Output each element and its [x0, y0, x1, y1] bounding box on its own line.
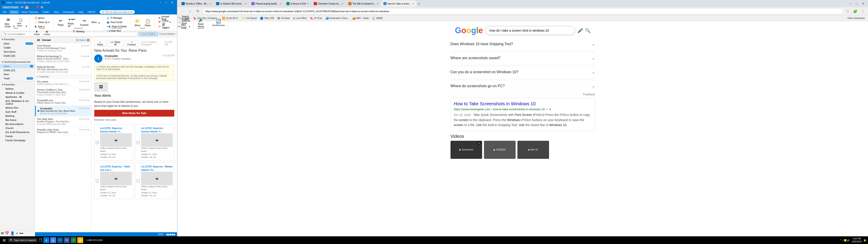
folder-airlines[interactable]: Airlines	[0, 87, 35, 91]
forward-action-btn[interactable]: ↪ Forward	[125, 40, 138, 47]
refresh-btn[interactable]: ↻	[195, 8, 201, 14]
bookmark-star-btn[interactable]: ☆	[844, 8, 851, 14]
taskbar-outlook-icon[interactable]: O	[57, 237, 63, 243]
info-banner-2[interactable]: ℹ Click here to download pictures. To he…	[94, 73, 174, 81]
folder-family[interactable]: Family	[0, 134, 35, 138]
email-national-review[interactable]: National Review 9:11 AM NR Daily: Bloomb…	[35, 64, 91, 75]
taskbar-explorer-icon[interactable]: 📁	[77, 237, 83, 243]
menu-folder[interactable]: Folder	[41, 10, 51, 14]
followup-btn[interactable]: 🚩Follow Up▾	[157, 20, 172, 24]
back-btn[interactable]: ‹	[179, 8, 186, 14]
ignore-btn[interactable]: 🚫Ignore	[33, 16, 46, 20]
cleanup-btn[interactable]: 🧹Clean Up▾	[33, 20, 51, 24]
task-view-btn[interactable]: ❐	[39, 238, 42, 242]
question-1[interactable]: Does Windows 10 have Snipping Tool? ⌄	[451, 39, 595, 51]
bookmark-gastate[interactable]: 🏛 GA State	[276, 16, 291, 20]
bookmark-wabe[interactable]: 📡 WABE	[371, 16, 384, 20]
menu-view[interactable]: View	[52, 10, 61, 14]
taskbar-clock[interactable]: 3:39 PM 10/5/2019	[852, 237, 862, 243]
send-receive-btn[interactable]: 🔄 Send/Receive	[210, 16, 227, 29]
tab-sense[interactable]: A Sense of Self ✕	[284, 0, 311, 7]
bookmark-office365[interactable]: 🔵 Office 365	[258, 16, 276, 20]
archive-btn[interactable]: 📦Archive	[42, 29, 52, 36]
folder-altman[interactable]: Altman & Grubbs	[0, 91, 35, 95]
folder-drs[interactable]: Drs & All Personal Ins	[0, 130, 35, 134]
quick-settings-icon[interactable]: ⚙	[40, 5, 43, 9]
new-tab-btn[interactable]: +	[416, 1, 421, 7]
forward-btn[interactable]: ↪ Forward	[79, 16, 90, 28]
unread-btn[interactable]: ✉Unread/ Read	[157, 16, 172, 20]
google-search-input[interactable]	[486, 26, 575, 35]
quick-pin-icon[interactable]: 📌	[35, 5, 39, 9]
folder-inbox-fav[interactable]: Inbox 19140	[0, 41, 35, 45]
tab-close-outlook[interactable]: ✕	[244, 2, 247, 5]
search-people-btn[interactable]: Search People	[2, 6, 20, 9]
tab-cherokee[interactable]: Cherokee County ho... ✕	[311, 0, 346, 7]
folder-arts[interactable]: Arts, Mediation & Juv Justice	[0, 99, 35, 106]
folder-genealogy[interactable]: Family Genealogy	[0, 138, 35, 142]
dropdown-arrow[interactable]: ▾	[549, 108, 551, 111]
folder-bar[interactable]: Bar Assoc	[0, 118, 35, 122]
email-invaluable-active[interactable]: Invaluable Fri 6:00 PM New Arrivals for …	[35, 106, 91, 116]
email-republic[interactable]: Republic Help Team Fri 5:12 PM Request #…	[35, 127, 91, 135]
folder-athens[interactable]: Athens Res	[0, 106, 35, 110]
bookmark-bbc[interactable]: 📻 BBC - Radio	[351, 16, 370, 20]
bookmark-lawoffice[interactable]: ⚖ Law Office	[291, 16, 308, 20]
tell-me-bar[interactable]: 🔍 Tell me what you want to do	[100, 10, 135, 14]
quick-calendar-icon[interactable]: 📅	[25, 5, 29, 9]
chrome-menu-btn[interactable]: ⋮	[860, 8, 866, 14]
people-nav-icon[interactable]: 👤	[10, 231, 15, 232]
url-bar[interactable]	[202, 8, 843, 14]
sort-btn[interactable]: By Date ▾	[76, 39, 86, 41]
image-search-btn[interactable]: 🔍	[585, 28, 591, 33]
lot-1-checkbox[interactable]	[96, 126, 99, 159]
tab-outlook-365[interactable]: In Outlook 365 incom... ✕	[214, 0, 249, 7]
question-3[interactable]: Can you do a screenshot on Windows 10? ⌄	[451, 67, 595, 79]
folder-biz[interactable]: Biz Associations	[0, 122, 35, 126]
mail-nav-icon[interactable]: ✉	[1, 231, 4, 232]
email-daily-wire[interactable]: The Daily Wire Fri 5:14 PM Another Kingd…	[35, 116, 91, 127]
tab-plasma[interactable]: Plasma buying faciliti... ✕	[249, 0, 284, 7]
filter-icon[interactable]: ⊟	[87, 38, 90, 42]
reply-action-btn[interactable]: ↩ Reply	[94, 40, 106, 47]
lot-1[interactable]: Lot 12731: Duperrey - Society Islands: V…	[94, 124, 133, 161]
more-nav-icon[interactable]: •••	[20, 231, 23, 233]
menu-send-receive[interactable]: Send / Receive	[20, 10, 40, 14]
quick-contacts-icon[interactable]: 👤	[30, 5, 34, 9]
tab-mill[interactable]: The Mill on Etowah b... ✕	[346, 0, 381, 7]
account-header[interactable]: ▾ clc2clc2@comcast.net	[0, 60, 35, 64]
lot-3-checkbox[interactable]	[96, 164, 99, 197]
video-1[interactable]: ▶ Screenshot 1m	[451, 141, 482, 159]
email-biblical[interactable]: Biblical Archaeology S... 10:04 AM Week …	[35, 54, 91, 64]
quick-mail-icon[interactable]: ✉	[21, 5, 24, 9]
taskbar-edge-icon[interactable]: e	[43, 237, 49, 243]
taskbar-search[interactable]: 🔍 Type here to search	[8, 238, 37, 242]
menu-file[interactable]: File	[1, 10, 8, 14]
bookmark-wchan[interactable]: 🔖 W Chan	[309, 16, 323, 20]
featured-result[interactable]: How to Take Screenshots in Windows 10 ht…	[451, 98, 595, 131]
folder-auto[interactable]: Auto Stuff	[0, 110, 35, 114]
email-cla[interactable]: Cla_weed_ Fri 6:39 PM Nicole Gelinas on …	[35, 79, 91, 87]
email-scopeit[interactable]: ScopeltAll.com Fri 6:04 PM 6 Best Places…	[35, 98, 91, 106]
menu-developer[interactable]: Developer	[61, 10, 76, 14]
search-scope-btn[interactable]: Current Mailbox	[139, 32, 158, 36]
info-banner-1[interactable]: ⚠ If there are problems with how this me…	[94, 64, 174, 72]
lot-2-checkbox[interactable]	[137, 126, 140, 159]
chrome-minimize-btn[interactable]: ─	[848, 2, 853, 6]
reply-all-btn[interactable]: ↩↩ Reply All	[66, 16, 78, 28]
email-goldkorn[interactable]: Jeremy Goldkorn | Sup... Fri 6:22 PM Tho…	[35, 87, 91, 98]
chrome-close-btn[interactable]: ✕	[860, 2, 866, 6]
folder-inbox[interactable]: Inbox 1	[0, 64, 35, 68]
favorites2-header[interactable]: ▾ Favorites	[0, 83, 35, 87]
question-2[interactable]: Where are screenshots saved? ⌄	[451, 53, 595, 65]
taskbar-word-icon[interactable]: W	[64, 237, 70, 243]
notification-btn[interactable]: 🔔	[864, 239, 866, 242]
lot-2[interactable]: Lot 12732: Duperrey - Society Islands: V…	[135, 124, 174, 161]
tab-close-cherokee[interactable]: ✕	[341, 2, 344, 5]
taskbar-chrome-icon[interactable]: ●	[50, 237, 56, 243]
reply-all-action-btn[interactable]: ↩↩ Reply All	[107, 40, 123, 47]
minimize-btn[interactable]: ─	[158, 0, 163, 4]
bookmark-speed[interactable]: ⚡ I net Speed	[240, 16, 258, 20]
calendar-nav-icon[interactable]: 📅	[5, 231, 9, 232]
other-bookmarks[interactable]: Other bookmarks	[846, 17, 866, 20]
